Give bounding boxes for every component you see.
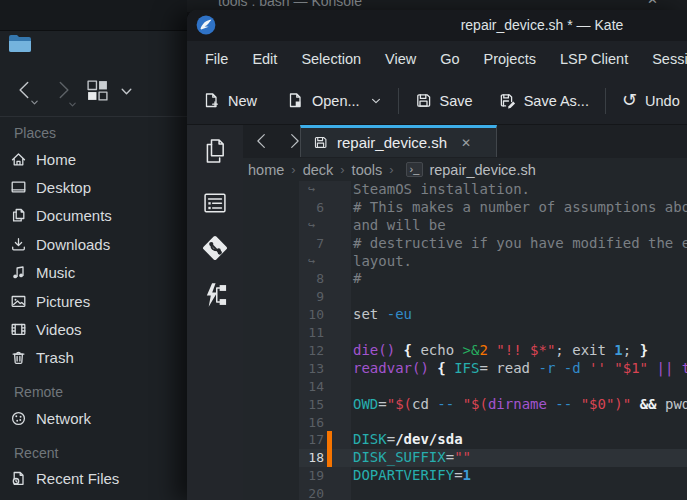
code-line[interactable]: 9 (299, 288, 687, 306)
documents-panel-icon[interactable] (201, 137, 229, 165)
line-number: 17 (299, 431, 324, 449)
place-item-trash[interactable]: Trash (0, 344, 187, 372)
dolphin-titlebar[interactable] (0, 0, 187, 31)
filesystem-panel-icon[interactable] (201, 189, 229, 217)
code-line[interactable]: 16 (299, 414, 687, 432)
diagnostics-panel-icon[interactable] (201, 281, 229, 309)
menu-item-view[interactable]: View (378, 47, 423, 71)
kate-toolbar: New Open... Save Save As... ↺ Undo (187, 77, 687, 125)
code-token: and will be (353, 217, 446, 233)
folder-icon (8, 34, 32, 54)
wrap-marker-icon: ↪ (299, 217, 324, 235)
code-line[interactable]: 15OWD="$(cd -- "$(dirname -- "$0")" && p… (299, 396, 687, 414)
downloads-icon (10, 236, 27, 253)
code-token: SteamOS installation. (353, 181, 530, 197)
toolbar-separator (605, 88, 606, 114)
code-token: DISK (353, 431, 387, 447)
code-line[interactable]: 19DOPARTVERIFY=1 (299, 467, 687, 485)
code-line[interactable]: ↪and will be (299, 217, 687, 235)
code-line[interactable]: 6# This makes a number of assumptions ab… (299, 199, 687, 217)
modified-line-marker (327, 181, 332, 199)
kate-main-area: repair_device.sh ✕ home›deck›tools››_rep… (243, 125, 687, 500)
breadcrumb-segment-deck[interactable]: deck (301, 162, 336, 178)
code-token: # destructive if you have modified the e… (353, 235, 687, 251)
open-dropdown-icon[interactable] (370, 95, 382, 107)
save-icon (415, 92, 432, 109)
tab-back-icon[interactable] (251, 130, 273, 152)
code-line[interactable]: 8# (299, 270, 687, 288)
wrap-marker-icon: ↪ (299, 253, 324, 271)
menu-item-edit[interactable]: Edit (245, 47, 284, 71)
modified-line-marker (327, 431, 332, 449)
modified-line-marker (327, 306, 332, 324)
code-line[interactable]: 17DISK=/dev/sda (299, 431, 687, 449)
code-line[interactable]: 7# destructive if you have modified the … (299, 235, 687, 253)
code-token: = (378, 396, 386, 412)
modified-line-marker (327, 288, 332, 306)
save-as-button[interactable]: Save As... (499, 92, 589, 109)
code-line[interactable]: 10set -eu (299, 306, 687, 324)
modified-line-marker (327, 270, 332, 288)
trash-icon (10, 349, 27, 366)
kate-window: repair_device.sh * — Kate FileEditSelect… (187, 10, 687, 500)
code-line[interactable]: 18DISK_SUFFIX="" (299, 449, 687, 467)
code-line[interactable]: 13readvar() { IFS= read -r -d '' "$1" ||… (299, 360, 687, 378)
menu-item-projects[interactable]: Projects (477, 47, 543, 71)
menu-item-lsp-client[interactable]: LSP Client (553, 47, 635, 71)
code-text: # This makes a number of assumptions abo… (353, 199, 687, 217)
menu-item-go[interactable]: Go (433, 47, 466, 71)
line-number: 13 (299, 360, 324, 378)
code-token: >& (463, 342, 480, 358)
place-item-label: Recent Files (36, 470, 119, 487)
code-line[interactable]: ↪SteamOS installation. (299, 181, 687, 199)
place-item-documents[interactable]: Documents (0, 202, 187, 230)
place-item-pictures[interactable]: Pictures (0, 287, 187, 315)
back-dropdown-icon[interactable] (30, 98, 39, 107)
tab-repair-device[interactable]: repair_device.sh ✕ (300, 125, 497, 157)
dolphin-window: PlacesHomeDesktopDocumentsDownloadsMusic… (0, 0, 187, 500)
new-button[interactable]: New (203, 92, 257, 109)
place-item-home[interactable]: Home (0, 145, 187, 173)
modified-line-marker (327, 235, 332, 253)
toolbar-overflow-icon[interactable] (119, 84, 134, 99)
place-item-label: Documents (36, 207, 112, 224)
places-panel: PlacesHomeDesktopDocumentsDownloadsMusic… (0, 117, 187, 500)
modified-line-marker (327, 485, 332, 500)
tab-close-icon[interactable]: ✕ (461, 136, 471, 150)
code-line[interactable]: ↪layout. (299, 253, 687, 271)
konsole-window-title: tools : bash — Konsole (218, 0, 362, 9)
place-item-label: Music (36, 264, 75, 281)
menu-item-file[interactable]: File (198, 47, 235, 71)
view-mode-button[interactable] (86, 79, 109, 102)
breadcrumb-segment-home[interactable]: home (246, 162, 286, 178)
place-item-network[interactable]: Network (0, 404, 187, 432)
code-token: /dev/sda (395, 431, 462, 447)
code-line[interactable]: 20 (299, 485, 687, 500)
forward-dropdown-icon[interactable] (68, 100, 77, 109)
place-item-recent-files[interactable]: Recent Files (0, 465, 187, 493)
code-text: set -eu (353, 306, 412, 324)
open-button[interactable]: Open... (287, 92, 382, 109)
kate-app-icon[interactable] (196, 15, 216, 35)
editor-area[interactable]: ↪SteamOS installation.6# This makes a nu… (299, 181, 687, 500)
place-item-downloads[interactable]: Downloads (0, 230, 187, 258)
code-line[interactable]: 14 (299, 378, 687, 396)
new-button-label: New (228, 93, 257, 109)
screen: tools : bash — Konsole ✕ PlacesHomeDeskt… (0, 0, 687, 500)
network-icon (10, 410, 27, 427)
breadcrumb-current-file[interactable]: repair_device.sh (429, 162, 535, 178)
kate-titlebar[interactable]: repair_device.sh * — Kate (187, 10, 687, 41)
place-item-desktop[interactable]: Desktop (0, 173, 187, 201)
menu-item-sessions[interactable]: Sessions (645, 47, 687, 71)
menu-item-selection[interactable]: Selection (294, 47, 368, 71)
save-button[interactable]: Save (415, 92, 473, 109)
place-item-videos[interactable]: Videos (0, 315, 187, 343)
konsole-close-icon[interactable]: ✕ (647, 0, 658, 7)
code-token: ; exit (555, 342, 614, 358)
place-item-music[interactable]: Music (0, 259, 187, 287)
git-panel-icon[interactable] (200, 233, 230, 263)
breadcrumb-segment-tools[interactable]: tools (350, 162, 385, 178)
code-line[interactable]: 12die() { echo >&2 "!! $*"; exit 1; } (299, 342, 687, 360)
code-line[interactable]: 11 (299, 324, 687, 342)
undo-button[interactable]: ↺ Undo (622, 92, 680, 109)
